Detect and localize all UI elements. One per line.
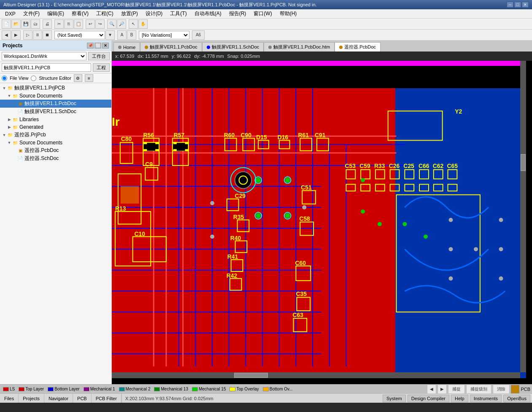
pcb-scroll-thumb-h[interactable] [234, 373, 268, 378]
close-button[interactable]: ✕ [522, 2, 529, 8]
status-instruments-btn[interactable]: Instruments [470, 395, 502, 402]
tree-source-docs-1[interactable]: ▼ 📁 Source Documents [0, 92, 111, 100]
tb-btn-pause[interactable]: ⏸ [33, 30, 42, 40]
menu-tools[interactable]: 工具(T) [167, 9, 190, 18]
tb-btn-forward[interactable]: ▶ [11, 30, 21, 40]
menu-view[interactable]: 察看(V) [68, 9, 92, 18]
tab-schdoc1[interactable]: 触摸屏VER1.1.SchDoc [202, 42, 264, 52]
tree-libraries-1[interactable]: ▶ 📁 Libraries [0, 116, 111, 123]
menu-window[interactable]: 窗口(W) [250, 9, 275, 18]
snap-level-btn[interactable]: 捕捉级别 [466, 385, 491, 394]
tree-generated-1[interactable]: ▶ 📁 Generated [0, 123, 111, 131]
layer-top-overlay[interactable]: Top Overlay [228, 386, 260, 392]
tb-btn-zoom-in[interactable]: 🔍 [107, 19, 116, 29]
layer-bottom-overlay[interactable]: Bottom Ov... [262, 386, 294, 392]
layer-mech2[interactable]: Mechanical 2 [118, 386, 152, 392]
tree-source-docs-2[interactable]: ▼ 📁 Source Documents [0, 139, 111, 146]
variations-select[interactable]: [No Variations] [139, 31, 189, 39]
maximize-button[interactable]: □ [514, 2, 521, 8]
tb-btn-undo[interactable]: ↩ [86, 19, 95, 29]
expand-project1[interactable]: ▼ [2, 86, 7, 91]
tab-home[interactable]: Home [113, 42, 140, 52]
status-tab-pcb-filter[interactable]: PCB Filter [92, 394, 122, 403]
tb-btn-back[interactable]: ◀ [2, 30, 11, 40]
status-tab-files[interactable]: Files [0, 394, 19, 403]
menu-project[interactable]: 工程(C) [93, 9, 117, 18]
expand-source-docs-2[interactable]: ▼ [7, 140, 12, 145]
tb-btn-select[interactable]: ↖ [129, 19, 138, 29]
sidebar-float-btn[interactable]: ⬜ [95, 43, 101, 49]
expand-source-docs-1[interactable]: ▼ [7, 93, 12, 98]
status-openbus-btn[interactable]: OpenBus [503, 395, 530, 402]
layer-mech15[interactable]: Mechanical 15 [191, 386, 227, 392]
tab-htm1[interactable]: 触摸屏VER1.1.PcbDoc.htm [264, 42, 335, 52]
tb-btn-run[interactable]: ▷ [23, 30, 32, 40]
tb-btn-cut[interactable]: ✂ [54, 19, 64, 29]
tree-pcbdoc-2[interactable]: ▣ 遥控器.PcbDoc [0, 146, 111, 154]
tb-btn-save[interactable]: 💾 [21, 19, 30, 29]
workspace-button[interactable]: 工作台 [88, 52, 110, 60]
project-name-input[interactable] [2, 63, 91, 72]
tb-layer-btn[interactable]: A6 [192, 30, 205, 40]
clear-btn[interactable]: 消除 [493, 385, 510, 394]
expand-project2[interactable]: ▼ [2, 133, 7, 138]
workspace-select[interactable]: Workspace1.DsnWrk [2, 52, 86, 60]
status-tab-navigator[interactable]: Navigator [44, 394, 73, 403]
sidebar-close-btn[interactable]: ✕ [102, 43, 109, 49]
menu-dxp[interactable]: DXP [2, 10, 19, 18]
menu-place[interactable]: 放置(P) [118, 9, 141, 18]
menu-autoroute[interactable]: 自动布线(A) [191, 9, 225, 18]
status-tab-pcb[interactable]: PCB [73, 394, 92, 403]
tb-btn-1[interactable]: A [117, 30, 127, 40]
layer-prev-btn[interactable]: ◀ [427, 385, 436, 394]
view-btn-2[interactable]: ≡ [85, 74, 93, 82]
view-btn-1[interactable]: ⚙ [74, 74, 82, 82]
sidebar-pin-btn[interactable]: 📌 [87, 43, 94, 49]
tb-btn-copy[interactable]: ⎘ [64, 19, 73, 29]
menu-help[interactable]: 帮助(H) [276, 9, 300, 18]
status-tab-projects[interactable]: Projects [19, 394, 44, 403]
tb-btn-paste[interactable]: 📋 [74, 19, 83, 29]
status-help-btn[interactable]: Help [451, 395, 468, 402]
tb-btn-move[interactable]: ✋ [138, 19, 148, 29]
status-system-btn[interactable]: System [383, 395, 406, 402]
tb-btn-2[interactable]: B [127, 30, 136, 40]
tb-btn-open[interactable]: 📂 [11, 19, 21, 29]
pcb-scrollbar-v[interactable] [520, 61, 526, 372]
tb-btn-new[interactable]: 📄 [2, 19, 11, 29]
tree-schdoc-2[interactable]: 📄 遥控器.SchDoc [0, 154, 111, 163]
pcb-scrollbar-h[interactable] [112, 372, 520, 378]
tb-btn-print[interactable]: 🖨 [43, 19, 52, 29]
tb-btn-redo[interactable]: ↪ [95, 19, 105, 29]
expand-generated-1[interactable]: ▶ [7, 125, 12, 130]
layer-ls[interactable]: LS [2, 386, 16, 392]
tree-project2[interactable]: ▼ 📁 遥控器.PrjPcb [0, 131, 111, 139]
tab-pcbdoc2[interactable]: 遥控器.PcbDoc [335, 42, 381, 52]
layer-bottom[interactable]: Bottom Layer [46, 386, 81, 392]
tb-btn-zoom-out[interactable]: 🔎 [117, 19, 126, 29]
layer-top[interactable]: Top Layer [17, 386, 45, 392]
expand-libraries-1[interactable]: ▶ [7, 117, 12, 122]
snap-btn[interactable]: 捕捉 [448, 385, 465, 394]
tree-pcbdoc-1[interactable]: ▣ 触摸屏VER1.1.PcbDoc [0, 100, 111, 108]
layer-next-btn[interactable]: ▶ [437, 385, 447, 394]
tab-pcbdoc1[interactable]: 触摸屏VER1.1.PcbDoc [140, 42, 202, 52]
file-view-radio[interactable] [2, 76, 7, 81]
file-view-label[interactable]: File View [10, 76, 28, 81]
layer-mech13[interactable]: Mechanical 13 [153, 386, 189, 392]
structure-view-radio[interactable] [31, 76, 36, 81]
project-button[interactable]: 工程 [93, 63, 110, 72]
tb-btn-saveall[interactable]: 🗂 [31, 19, 40, 29]
menu-edit[interactable]: 编辑(E) [44, 9, 68, 18]
menu-file[interactable]: 文件(F) [20, 9, 43, 18]
tree-project1[interactable]: ▼ 📁 触摸屏VER1.1.PrjPCB [0, 84, 111, 92]
saved-status-select[interactable]: (Not Saved) [54, 31, 105, 39]
tree-schdoc-1[interactable]: 📄 触摸屏VER1.1.SchDoc [0, 108, 111, 116]
minimize-button[interactable]: ─ [507, 2, 513, 8]
menu-report[interactable]: 报告(R) [226, 9, 250, 18]
structure-view-label[interactable]: Structure Editor [39, 76, 71, 81]
layer-mech1[interactable]: Mechanical 1 [82, 386, 116, 392]
menu-design[interactable]: 设计(D) [142, 9, 166, 18]
tb-btn-stop[interactable]: ⏹ [43, 30, 52, 40]
pcb-scroll-thumb-v[interactable] [521, 154, 526, 171]
